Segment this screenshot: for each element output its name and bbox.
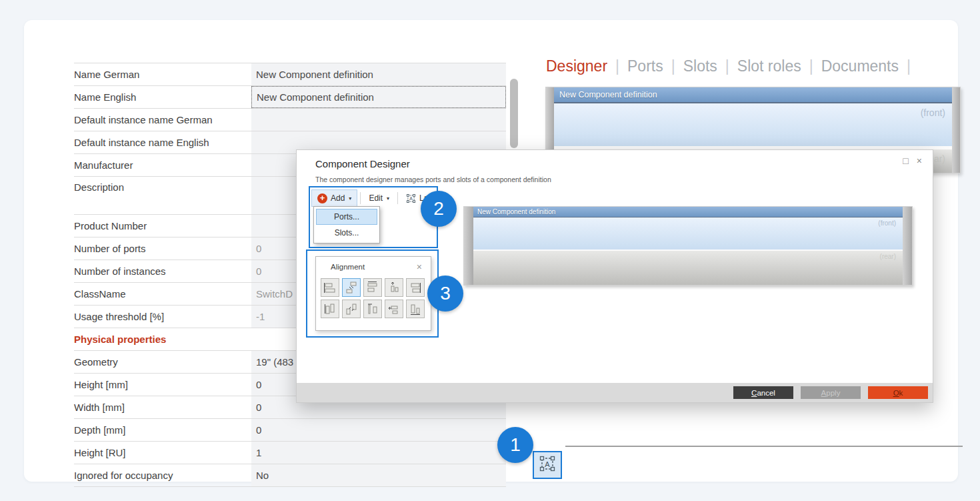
preview-rear-area[interactable]: (rear) [473,251,903,285]
property-label: Default instance name German [74,109,251,131]
front-label: (front) [878,219,896,227]
tab-separator: | [615,57,619,75]
property-value[interactable]: No [251,464,506,486]
property-label: ClassName [74,283,251,305]
callout-box-alignment [306,249,439,338]
tab-designer[interactable]: Designer [546,57,607,75]
preview-front-area[interactable]: (front) [554,103,952,146]
tab-separator: | [671,57,675,75]
preview-front-area[interactable]: (front) [473,217,903,249]
vertical-scrollbar-thumb[interactable] [510,79,518,148]
callout-circle-2: 2 [421,191,457,227]
property-label: Description [74,177,251,214]
svg-text:A: A [545,460,550,468]
rack-rail-right [903,207,912,285]
table-row: Default instance name German [74,108,506,131]
component-preview-dialog: New Component definition (front) (rear) [463,206,913,286]
property-label: Usage threshold [%] [74,306,251,328]
maximize-icon[interactable]: □ [903,155,908,166]
property-label: Height [mm] [74,374,251,396]
property-label: Height [RU] [74,442,251,464]
property-label: Name German [74,63,251,85]
property-label: Number of ports [74,237,251,260]
preview-title-bar: New Component definition [473,207,903,217]
table-row: Height [RU]1 [74,441,506,464]
property-label: Depth [mm] [74,419,251,441]
tab-separator: | [809,57,813,75]
property-label: Manufacturer [74,154,251,176]
tab-ports[interactable]: Ports [627,57,663,75]
property-label: Width [mm] [74,396,251,418]
table-row: Name EnglishNew Component definition [74,85,506,108]
callout-box-toolbar [309,186,438,248]
property-value[interactable]: New Component definition [251,63,506,85]
property-label: Geometry [74,351,251,373]
rack-rail-left [464,207,473,285]
table-row: Depth [mm]0 [74,418,506,441]
table-row: Ignored for occupancyNo [74,464,506,487]
callout-circle-1: 1 [497,427,533,463]
rack-rail-right [952,87,960,173]
property-label: Name English [74,86,251,108]
property-label: Number of instances [74,260,251,282]
tab-slot-roles[interactable]: Slot roles [737,57,801,75]
cancel-button[interactable]: Cancel [733,386,793,399]
property-value[interactable]: New Component definition [251,86,506,108]
dialog-title: Component Designer [315,158,410,169]
tab-bar: Designer|Ports|Slots|Slot roles|Document… [546,57,919,75]
front-label: (front) [921,107,945,118]
app-window: Name GermanNew Component definitionName … [0,0,980,501]
layout-frame-icon: A [539,455,556,475]
callout-circle-3: 3 [427,276,463,312]
property-label: Default instance name English [74,131,251,153]
close-icon[interactable]: × [917,155,922,166]
property-label: Product Number [74,215,251,237]
property-label: Ignored for occupancy [74,464,251,486]
tab-separator: | [725,57,729,75]
tab-slots[interactable]: Slots [683,57,717,75]
component-designer-button[interactable]: A [533,451,562,479]
content-card: Name GermanNew Component definitionName … [24,20,958,482]
dialog-footer: CancelApplyOk [297,383,933,402]
tab-separator: | [907,57,911,75]
table-row: Name GermanNew Component definition [74,63,506,85]
preview-title-bar: New Component definition [554,87,952,103]
dialog-subtitle: The component designer manages ports and… [315,175,551,183]
tab-documents[interactable]: Documents [821,57,899,75]
apply-button[interactable]: Apply [801,386,861,399]
property-value[interactable]: 0 [251,419,506,441]
divider-line [565,446,963,447]
rear-label: (rear) [880,253,896,260]
ok-button[interactable]: Ok [868,386,928,399]
property-value[interactable] [251,109,506,131]
property-value[interactable]: 1 [251,442,506,464]
